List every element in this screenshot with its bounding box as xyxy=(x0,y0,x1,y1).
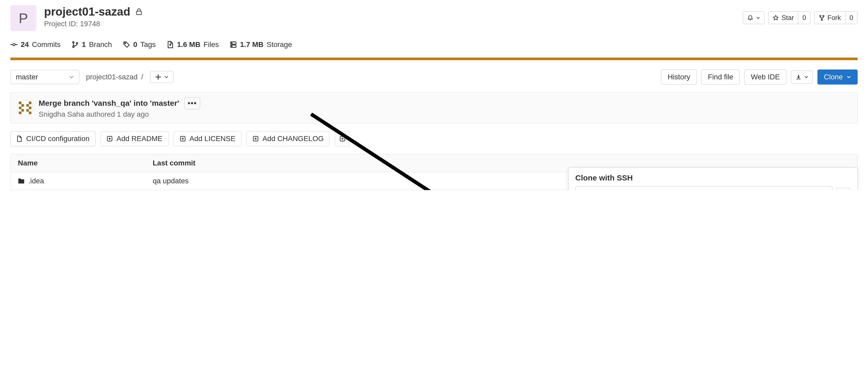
project-suggestions: CI/CD configuration Add README Add LICEN… xyxy=(10,131,858,146)
col-last-commit: Last commit xyxy=(153,159,783,167)
star-icon xyxy=(773,15,779,21)
svg-rect-14 xyxy=(29,102,31,104)
project-title: project01-sazad xyxy=(44,5,130,18)
plus-icon xyxy=(155,74,161,80)
svg-point-11 xyxy=(231,43,232,43)
project-avatar: P xyxy=(10,5,36,31)
fork-icon xyxy=(819,15,825,21)
notifications-button[interactable] xyxy=(743,11,765,24)
commit-author[interactable]: Snigdha Saha xyxy=(39,110,84,118)
branch-icon xyxy=(71,41,79,48)
files-icon xyxy=(167,41,174,48)
col-name: Name xyxy=(18,159,153,167)
svg-rect-13 xyxy=(19,102,22,104)
project-header: P project01-sazad Project ID: 19748 Star xyxy=(10,5,858,31)
project-avatar-letter: P xyxy=(19,10,28,26)
add-changelog-button[interactable]: Add CHANGELOG xyxy=(247,131,330,146)
path-breadcrumb[interactable]: project01-sazad / xyxy=(86,73,143,81)
svg-point-2 xyxy=(823,15,824,17)
download-button[interactable] xyxy=(791,70,813,84)
find-file-button[interactable]: Find file xyxy=(701,69,740,85)
svg-point-3 xyxy=(821,19,823,21)
chevron-down-icon xyxy=(804,75,808,79)
svg-rect-18 xyxy=(29,106,31,109)
plus-box-icon xyxy=(252,136,259,142)
branch-selector[interactable]: master xyxy=(10,70,79,84)
fork-button[interactable]: Fork 0 xyxy=(814,11,858,24)
storage-icon xyxy=(230,41,237,48)
tag-icon xyxy=(123,41,130,48)
stat-files[interactable]: 1.6 MBFiles xyxy=(167,40,219,49)
svg-point-1 xyxy=(819,15,821,17)
svg-rect-19 xyxy=(22,109,24,112)
svg-point-8 xyxy=(125,43,126,44)
lock-icon xyxy=(135,8,143,15)
warning-bar xyxy=(10,58,858,60)
col-last-update xyxy=(783,159,850,167)
download-icon xyxy=(796,74,802,80)
copy-ssh-button[interactable] xyxy=(836,188,850,190)
chevron-down-icon xyxy=(164,75,168,79)
stat-tags[interactable]: 0Tags xyxy=(123,40,156,49)
folder-icon xyxy=(18,178,25,184)
plus-box-icon xyxy=(339,136,346,142)
clone-ssh-input[interactable] xyxy=(575,186,833,190)
project-id: Project ID: 19748 xyxy=(44,20,143,28)
project-stats: 24Commits 1Branch 0Tags 1.6 MBFiles 1.7 … xyxy=(10,40,858,49)
commit-more-button[interactable]: ••• xyxy=(184,97,200,109)
last-commit-card: Merge branch 'vansh_qa' into 'master' ••… xyxy=(10,92,858,123)
file-name-label: .idea xyxy=(28,177,44,185)
stat-storage[interactable]: 1.7 MBStorage xyxy=(230,40,292,49)
repo-toolbar: master project01-sazad / History Find fi… xyxy=(10,69,858,85)
svg-point-12 xyxy=(231,46,232,46)
add-license-button[interactable]: Add LICENSE xyxy=(174,131,241,146)
add-more-button[interactable] xyxy=(335,131,350,146)
svg-rect-16 xyxy=(26,104,29,107)
svg-rect-17 xyxy=(19,106,22,109)
commit-title[interactable]: Merge branch 'vansh_qa' into 'master' xyxy=(39,99,179,107)
chevron-down-icon xyxy=(756,16,760,20)
clone-dropdown: Clone with SSH Clone with HTTPS Open in … xyxy=(568,167,858,190)
bell-icon xyxy=(747,15,753,21)
breadcrumb-root: project01-sazad xyxy=(86,73,138,81)
star-label: Star xyxy=(781,14,794,22)
plus-box-icon xyxy=(106,136,113,142)
add-to-tree-button[interactable] xyxy=(150,71,174,83)
stat-branches[interactable]: 1Branch xyxy=(71,40,112,49)
add-readme-button[interactable]: Add README xyxy=(101,131,168,146)
clone-label: Clone xyxy=(824,73,843,81)
star-button[interactable]: Star 0 xyxy=(768,11,810,24)
clone-ssh-label: Clone with SSH xyxy=(575,173,850,182)
star-count: 0 xyxy=(798,12,810,24)
chevron-down-icon xyxy=(846,75,851,79)
svg-rect-20 xyxy=(26,109,29,112)
branch-name: master xyxy=(16,73,38,81)
plus-box-icon xyxy=(180,136,186,142)
cicd-config-button[interactable]: CI/CD configuration xyxy=(10,131,95,146)
stat-commits[interactable]: 24Commits xyxy=(10,40,61,49)
clone-button[interactable]: Clone xyxy=(817,69,858,85)
svg-rect-15 xyxy=(22,104,24,107)
svg-point-6 xyxy=(76,42,78,44)
identicon-avatar xyxy=(18,100,33,116)
web-ide-button[interactable]: Web IDE xyxy=(744,69,786,85)
svg-rect-22 xyxy=(29,111,31,114)
file-icon xyxy=(16,136,23,142)
svg-point-7 xyxy=(72,46,74,48)
commit-meta: Snigdha Saha authored 1 day ago xyxy=(39,110,200,119)
fork-label: Fork xyxy=(828,14,841,22)
svg-rect-21 xyxy=(19,111,22,114)
svg-rect-0 xyxy=(136,11,141,14)
fork-count: 0 xyxy=(845,12,857,24)
chevron-down-icon xyxy=(69,75,74,79)
svg-point-4 xyxy=(13,43,15,45)
svg-point-5 xyxy=(72,41,74,43)
history-button[interactable]: History xyxy=(661,69,696,85)
commits-icon xyxy=(10,41,18,48)
